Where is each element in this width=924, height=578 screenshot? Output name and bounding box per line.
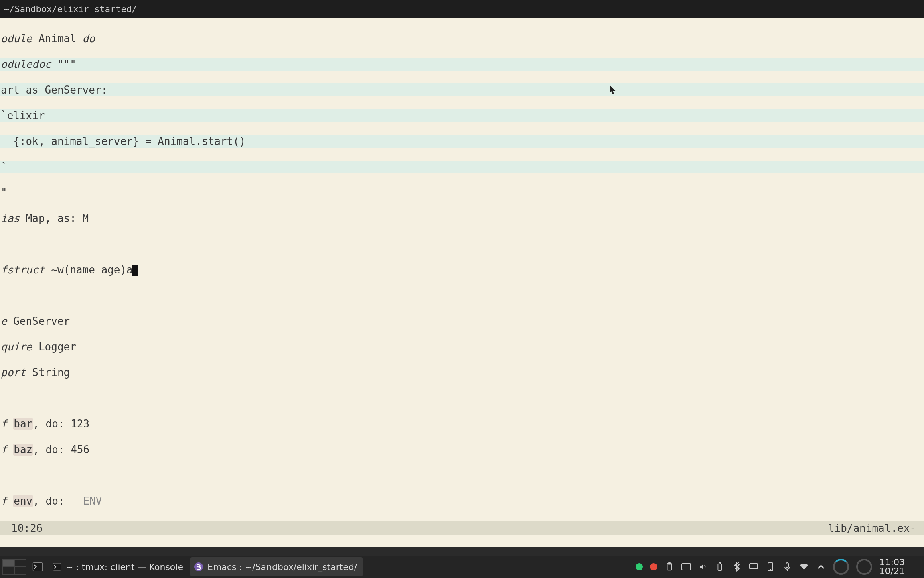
system-tray: 11:03 10/21	[636, 558, 922, 576]
code-line: odule Animal do	[0, 32, 924, 45]
taskbar-item-label: Emacs : ~/Sandbox/elixir_started/	[207, 562, 357, 572]
svg-rect-16	[786, 563, 788, 568]
code-line	[0, 520, 924, 521]
code-line: art as GenServer:	[0, 83, 924, 96]
code-line: f bar, do: 123	[0, 417, 924, 430]
emacs-minibuffer[interactable]	[0, 535, 924, 547]
cursor-position: 10:26	[11, 522, 43, 534]
code-line: "	[0, 186, 924, 199]
editor-area[interactable]: odule Animal do oduledoc """ art as GenS…	[0, 18, 924, 521]
code-line	[0, 289, 924, 302]
emacs-icon	[194, 562, 203, 572]
clock[interactable]: 11:03 10/21	[879, 558, 905, 576]
svg-rect-12	[750, 564, 758, 569]
code-line: quire Logger	[0, 340, 924, 353]
taskbar[interactable]: ~ : tmux: client — Konsole Emacs : ~/San…	[0, 556, 924, 578]
svg-rect-10	[718, 564, 721, 571]
status-dot-red-icon[interactable]	[650, 563, 657, 570]
code-line: {:ok, animal_server} = Animal.start()	[0, 135, 924, 148]
code-line: ias Map, as: M	[0, 212, 924, 225]
wifi-icon[interactable]	[799, 562, 809, 572]
status-dot-green-icon[interactable]	[636, 563, 643, 570]
code-line: f baz, do: 456	[0, 443, 924, 456]
memory-monitor-icon[interactable]	[856, 559, 872, 575]
code-line: e GenServer	[0, 315, 924, 328]
terminal-icon	[52, 562, 62, 572]
title-path: ~/Sandbox/elixir_started/	[4, 4, 137, 14]
clipboard-icon[interactable]	[665, 562, 674, 572]
display-icon[interactable]	[749, 562, 758, 572]
code-line: oduledoc """	[0, 58, 924, 71]
taskbar-item-emacs[interactable]: Emacs : ~/Sandbox/elixir_started/	[190, 557, 363, 576]
phone-icon[interactable]	[766, 562, 775, 572]
text-cursor	[132, 265, 138, 276]
code-line	[0, 238, 924, 250]
keyboard-icon[interactable]	[681, 562, 691, 572]
chevron-up-icon[interactable]	[816, 562, 826, 572]
svg-rect-0	[33, 563, 42, 571]
code-line: f env, do: __ENV__	[0, 495, 924, 507]
konsole-launcher-icon[interactable]	[28, 557, 47, 576]
buffer-filename: lib/animal.ex-	[828, 522, 916, 534]
svg-rect-1	[53, 563, 61, 570]
clock-time: 11:03	[879, 558, 905, 567]
volume-icon[interactable]	[698, 562, 708, 572]
svg-rect-11	[719, 563, 721, 564]
code-line: port String	[0, 366, 924, 379]
code-line: `	[0, 161, 924, 173]
taskbar-item-label: ~ : tmux: client — Konsole	[66, 562, 183, 572]
cpu-monitor-icon[interactable]	[833, 559, 849, 575]
emacs-modeline: 10:26 lib/animal.ex-	[0, 521, 924, 535]
desktop-pager[interactable]	[2, 559, 26, 575]
code-line	[0, 469, 924, 482]
code-line: `elixir	[0, 109, 924, 122]
window-gap	[0, 547, 924, 556]
battery-icon[interactable]	[715, 562, 725, 572]
taskbar-item-konsole[interactable]: ~ : tmux: client — Konsole	[49, 557, 189, 576]
clock-date: 10/21	[879, 567, 905, 576]
microphone-icon[interactable]	[782, 562, 792, 572]
code-line: fstruct ~w(name age)a	[0, 263, 924, 276]
code-line	[0, 392, 924, 405]
title-bar: ~/Sandbox/elixir_started/	[0, 0, 924, 18]
show-desktop-button[interactable]	[912, 558, 918, 576]
bluetooth-icon[interactable]	[732, 562, 742, 572]
svg-rect-5	[682, 564, 691, 570]
svg-point-15	[770, 569, 771, 570]
